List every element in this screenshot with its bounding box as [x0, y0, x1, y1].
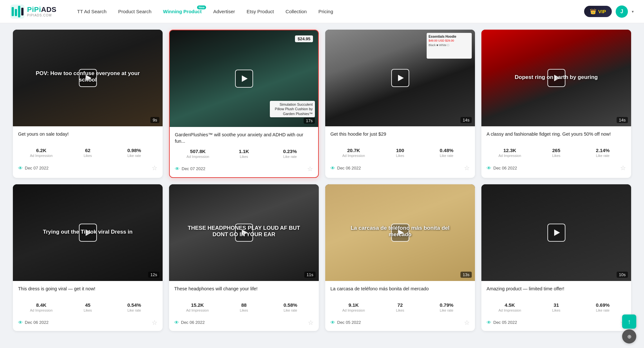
scroll-to-top-button[interactable]: ↑ — [622, 314, 636, 329]
stat-likes-label-2: Likes — [221, 155, 267, 159]
ad-card-1[interactable]: POV: How too confuse everyone at your sc… — [13, 30, 163, 178]
card-date-5: Dec 06 2022 — [25, 320, 49, 325]
star-button-4[interactable]: ☆ — [620, 164, 626, 172]
card-thumbnail-2[interactable]: $24.95Simulation Succulent Pillow Plush … — [170, 30, 318, 127]
card-date-6: Dec 06 2022 — [181, 320, 205, 325]
stat-impression-value-7: 9.1K — [330, 302, 377, 308]
nav-item-product-search[interactable]: Product Search — [113, 6, 156, 17]
stats-row-7: 9.1KAd Impression72Likes0.79%Like rate — [330, 302, 470, 312]
card-thumbnail-5[interactable]: Trying out the Tiktok viral Dress in12s — [13, 184, 163, 281]
stat-like-rate-label-5: Like rate — [111, 308, 157, 312]
ad-card-2[interactable]: $24.95Simulation Succulent Pillow Plush … — [169, 30, 319, 178]
star-button-6[interactable]: ☆ — [308, 319, 314, 326]
header-right: 👑 VIP J ▾ — [584, 5, 634, 18]
ad-card-8[interactable]: 10sAmazing product — limited time offer!… — [481, 184, 631, 331]
stat-impression-5: 8.4KAd Impression — [18, 302, 64, 312]
chevron-down-icon[interactable]: ▾ — [632, 9, 634, 14]
main-nav: TT Ad SearchProduct SearchWinning Produc… — [72, 6, 584, 17]
stat-likes-label-7: Likes — [377, 308, 423, 312]
stat-impression-label-8: Ad Impression — [487, 308, 533, 312]
card-thumbnail-7[interactable]: La carcasa de teléfono más bonita del me… — [325, 184, 475, 281]
avatar[interactable]: J — [616, 5, 628, 18]
date-info-6: 👁Dec 06 2022 — [174, 320, 205, 325]
star-button-7[interactable]: ☆ — [464, 319, 470, 326]
card-title-4: A classy and fashionable fidget ring. Ge… — [487, 131, 626, 144]
stats-row-6: 15.2KAd Impression88Likes0.58%Like rate — [174, 302, 314, 312]
stat-like-rate-value-4: 2.14% — [580, 148, 626, 153]
ad-card-7[interactable]: La carcasa de teléfono más bonita del me… — [325, 184, 475, 331]
duration-badge-2: 17s — [304, 118, 315, 124]
card-title-6: These headphones will change your life! — [174, 285, 314, 298]
stat-likes-value-3: 100 — [377, 148, 423, 153]
card-thumbnail-4[interactable]: Dopest ring on earth by geuring14s — [481, 30, 631, 126]
stats-row-5: 8.4KAd Impression45Likes0.54%Like rate — [18, 302, 157, 312]
duration-badge-3: 14s — [460, 117, 472, 123]
logo-icon — [10, 5, 24, 19]
logo-text: PiPiADS PIPIADS.COM — [27, 6, 57, 17]
star-button-3[interactable]: ☆ — [464, 164, 470, 172]
thumb-overlay-text-5: Trying out the Tiktok viral Dress in — [28, 229, 148, 235]
star-button-5[interactable]: ☆ — [152, 319, 157, 326]
card-thumbnail-8[interactable]: 10s — [481, 184, 631, 281]
duration-badge-6: 11s — [304, 272, 316, 278]
logo[interactable]: PiPiADS PIPIADS.COM — [10, 5, 57, 19]
duration-badge-7: 13s — [460, 272, 472, 278]
stat-likes-6: 88Likes — [221, 302, 267, 312]
stat-likes-5: 45Likes — [64, 302, 111, 312]
stats-row-4: 12.3KAd Impression265Likes2.14%Like rate — [487, 148, 626, 158]
svg-rect-2 — [15, 9, 17, 16]
stat-likes-label-5: Likes — [64, 308, 111, 312]
stats-row-1: 6.2KAd Impression62Likes0.98%Like rate — [18, 148, 157, 158]
date-info-1: 👁Dec 07 2022 — [18, 165, 49, 171]
ad-card-4[interactable]: Dopest ring on earth by geuring14sA clas… — [481, 30, 631, 178]
duration-badge-4: 14s — [617, 117, 628, 123]
play-button-2[interactable] — [235, 70, 253, 88]
stats-row-3: 20.7KAd Impression100Likes0.48%Like rate — [330, 148, 470, 158]
card-footer-4: 👁Dec 06 2022☆ — [481, 161, 631, 176]
stat-likes-3: 100Likes — [377, 148, 423, 158]
nav-badge-winning-product: New — [197, 5, 206, 9]
date-info-4: 👁Dec 06 2022 — [487, 165, 517, 171]
vip-button[interactable]: 👑 VIP — [584, 6, 612, 17]
stat-like-rate-1: 0.98%Like rate — [111, 148, 157, 158]
play-button-8[interactable] — [547, 224, 565, 242]
stat-like-rate-6: 0.58%Like rate — [267, 302, 314, 312]
card-thumbnail-3[interactable]: Essentials Hoodie$49.00 USD $29.00Black … — [325, 30, 475, 126]
nav-item-advertiser[interactable]: Advertiser — [208, 6, 240, 17]
stat-like-rate-label-7: Like rate — [423, 308, 470, 312]
crown-icon: 👑 — [590, 8, 596, 15]
star-button-2[interactable]: ☆ — [307, 165, 313, 173]
ad-card-5[interactable]: Trying out the Tiktok viral Dress in12sT… — [13, 184, 163, 331]
stat-impression-label-5: Ad Impression — [18, 308, 64, 312]
nav-item-pricing[interactable]: Pricing — [313, 6, 338, 17]
card-title-5: This dress is going viral — get it now! — [18, 285, 157, 298]
play-button-3[interactable] — [391, 69, 409, 87]
nav-item-etsy-product[interactable]: Etsy Product — [242, 6, 279, 17]
card-thumbnail-1[interactable]: POV: How too confuse everyone at your sc… — [13, 30, 163, 126]
main-content: POV: How too confuse everyone at your sc… — [0, 23, 644, 337]
hoodie-screen-overlay: Essentials Hoodie$49.00 USD $29.00Black … — [427, 33, 472, 59]
eye-icon-7: 👁 — [330, 320, 335, 325]
stat-impression-label-1: Ad Impression — [18, 154, 64, 158]
stat-like-rate-8: 0.69%Like rate — [580, 302, 626, 312]
star-button-1[interactable]: ☆ — [152, 164, 157, 172]
nav-item-collection[interactable]: Collection — [280, 6, 312, 17]
card-thumbnail-6[interactable]: THESE HEADPHONES PLAY LOUD AF BUT DONT G… — [169, 184, 319, 281]
stat-impression-value-4: 12.3K — [487, 148, 533, 153]
stat-impression-2: 507.8KAd Impression — [175, 149, 221, 159]
thumb-overlay-text-4: Dopest ring on earth by geuring — [497, 74, 616, 81]
stat-impression-value-1: 6.2K — [18, 148, 64, 153]
stat-impression-label-3: Ad Impression — [330, 154, 377, 158]
stats-row-2: 507.8KAd Impression1.1KLikes0.23%Like ra… — [175, 149, 313, 159]
stat-like-rate-label-2: Like rate — [267, 155, 313, 159]
stat-like-rate-label-4: Like rate — [580, 154, 626, 158]
ad-card-6[interactable]: THESE HEADPHONES PLAY LOUD AF BUT DONT G… — [169, 184, 319, 331]
card-footer-5: 👁Dec 06 2022☆ — [13, 315, 163, 331]
stat-likes-4: 265Likes — [533, 148, 579, 158]
nav-item-winning-product[interactable]: Winning ProductNew — [158, 6, 207, 17]
nav-item-tt-ad-search[interactable]: TT Ad Search — [72, 6, 112, 17]
eye-icon-3: 👁 — [330, 165, 335, 171]
ad-card-3[interactable]: Essentials Hoodie$49.00 USD $29.00Black … — [325, 30, 475, 178]
card-footer-2: 👁Dec 07 2022☆ — [170, 162, 318, 177]
date-info-3: 👁Dec 06 2022 — [330, 165, 361, 171]
